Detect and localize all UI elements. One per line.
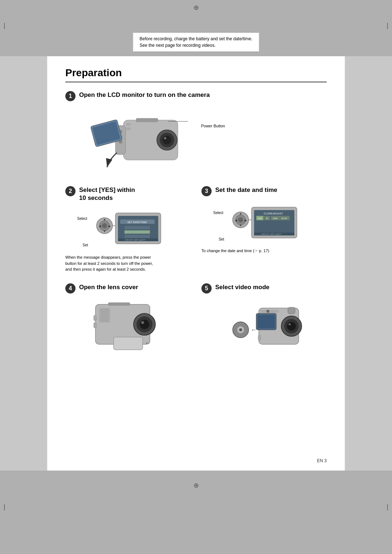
- svg-rect-86: [258, 335, 261, 340]
- svg-text:JAN: JAN: [258, 217, 262, 219]
- step-1-camera-svg: [87, 106, 196, 175]
- svg-text:CLOCK ADJUST: CLOCK ADJUST: [264, 212, 283, 215]
- svg-text:◀: ◀: [235, 219, 237, 222]
- page-number: EN 3: [317, 458, 327, 463]
- step-1-header: 1 Open the LCD monitor to turn on the ca…: [65, 91, 327, 101]
- steps-2-3-row: 2 Select [YES] within 10 seconds Select …: [65, 186, 327, 272]
- step-2-title: Select [YES] within 10 seconds: [79, 186, 135, 202]
- svg-text:▼: ▼: [239, 224, 242, 227]
- page: ⊕ | | Before recording, charge the batte…: [0, 0, 392, 554]
- step-5-camera: ←: [201, 297, 327, 355]
- svg-rect-61: [108, 303, 130, 305]
- top-bar: ⊕ | | Before recording, charge the batte…: [0, 0, 392, 56]
- svg-rect-82: [258, 315, 275, 328]
- reg-mark-top-right: |: [387, 22, 388, 29]
- step-2-note: When the message disappears, press the p…: [65, 254, 160, 272]
- step-1: 1 Open the LCD monitor to turn on the ca…: [65, 91, 327, 176]
- step-2-set-label: Set: [83, 243, 88, 247]
- step-3-header: 3 Set the date and time: [201, 186, 327, 196]
- svg-rect-83: [288, 307, 295, 314]
- step-1-content: Power Button: [65, 106, 327, 176]
- reg-mark-bottom-left: |: [4, 503, 5, 511]
- svg-rect-14: [126, 127, 131, 130]
- svg-point-34: [238, 217, 243, 222]
- bottom-bar: ⊕ | |: [0, 471, 392, 554]
- step-3: 3 Set the date and time Select Set ▲: [201, 186, 327, 272]
- svg-rect-62: [94, 315, 97, 321]
- step-3-svg: ▲ ▼ ◀ ▶ CLOCK ADJUST JAN: [228, 200, 301, 243]
- step-3-note: To change the date and time (☞ p. 17): [201, 249, 327, 253]
- step-4-svg: ←: [88, 297, 168, 355]
- svg-point-80: [289, 323, 291, 325]
- svg-point-3: [163, 136, 171, 144]
- step-2-header: 2 Select [YES] within 10 seconds: [65, 186, 191, 202]
- svg-text:◄SELECT ●SET ●●QUIT: ◄SELECT ●SET ●●QUIT: [124, 239, 146, 241]
- step-1-title: Open the LCD monitor to turn on the came…: [79, 91, 210, 99]
- step-3-camera: Select Set ▲ ▼ ◀ ▶: [201, 200, 327, 245]
- svg-point-85: [266, 310, 269, 313]
- step-5-header: 5 Select video mode: [201, 283, 327, 294]
- svg-text:▲: ▲: [103, 218, 106, 221]
- step-2-camera: Select Set ▲ ▼ ◀ ▶: [65, 206, 191, 251]
- notice-line1: Before recording, charge the battery and…: [140, 36, 253, 42]
- step-1-number: 1: [65, 91, 75, 101]
- step-4-header: 4 Open the lens cover: [65, 283, 191, 294]
- main-content: Preparation 1 Open the LCD monitor to tu…: [47, 56, 345, 471]
- svg-text:◄SELECT ●SET ●●QUIT: ◄SELECT ●SET ●●QUIT: [261, 233, 282, 235]
- svg-point-79: [287, 322, 296, 331]
- reg-mark-top-center: ⊕: [193, 4, 199, 12]
- svg-text:←: ←: [144, 339, 151, 346]
- svg-rect-27: [124, 230, 150, 234]
- svg-rect-84: [261, 310, 279, 313]
- svg-text:▲: ▲: [239, 212, 242, 215]
- reg-mark-top-left: |: [4, 22, 5, 29]
- step-3-camera-area: Select Set ▲ ▼ ◀ ▶: [228, 200, 301, 245]
- step-3-set-label: Set: [219, 237, 224, 241]
- step-4-title: Open the lens cover: [79, 283, 138, 291]
- step-5: 5 Select video mode ←: [201, 283, 327, 359]
- svg-text:2008: 2008: [273, 217, 278, 219]
- notice-line2: See the next page for recording videos.: [140, 42, 253, 49]
- step-2-select-label: Select: [77, 217, 87, 221]
- svg-rect-59: [114, 337, 143, 350]
- svg-text:SET DATE/TIME!: SET DATE/TIME!: [127, 221, 147, 223]
- svg-point-17: [102, 223, 107, 228]
- svg-text:01: 01: [266, 217, 268, 219]
- step-2-number: 2: [65, 186, 75, 196]
- svg-point-4: [164, 137, 166, 139]
- notice-box: Before recording, charge the battery and…: [133, 32, 260, 52]
- step-4: 4 Open the lens cover: [65, 283, 191, 359]
- svg-point-58: [141, 321, 144, 324]
- reg-mark-bottom-center: ⊕: [193, 481, 199, 489]
- step-3-title: Set the date and time: [215, 186, 277, 194]
- step-4-number: 4: [65, 283, 75, 294]
- step-2-camera-area: Select Set ▲ ▼ ◀ ▶: [92, 206, 164, 251]
- svg-rect-63: [94, 323, 97, 328]
- step-2-svg: ▲ ▼ ◀ ▶ SET DATE/TIME!: [92, 206, 164, 249]
- steps-4-5-row: 4 Open the lens cover: [65, 283, 327, 359]
- svg-text:▶: ▶: [245, 219, 247, 222]
- svg-rect-12: [136, 118, 158, 122]
- page-title: Preparation: [65, 67, 327, 82]
- step-2: 2 Select [YES] within 10 seconds Select …: [65, 186, 191, 272]
- svg-text:▶: ▶: [109, 225, 111, 228]
- svg-rect-13: [126, 123, 131, 126]
- svg-text:00 00: 00 00: [281, 217, 287, 219]
- svg-rect-26: [124, 226, 150, 229]
- svg-text:TIME: TIME: [268, 213, 273, 215]
- power-button-label: Power Button: [201, 124, 225, 128]
- step-4-camera: ←: [65, 297, 191, 355]
- step-3-select-label: Select: [213, 211, 224, 215]
- reg-mark-bottom-right: |: [387, 503, 388, 511]
- step-5-number: 5: [201, 283, 212, 294]
- step-3-number: 3: [201, 186, 212, 196]
- step-5-title: Select video mode: [215, 283, 269, 291]
- svg-text:▼: ▼: [103, 230, 106, 233]
- svg-text:◀: ◀: [99, 225, 101, 228]
- step-1-camera-area: Power Button: [87, 106, 196, 176]
- svg-rect-28: [124, 235, 150, 238]
- step-5-svg: ←: [224, 297, 304, 355]
- svg-point-74: [239, 328, 242, 331]
- svg-point-57: [140, 320, 149, 329]
